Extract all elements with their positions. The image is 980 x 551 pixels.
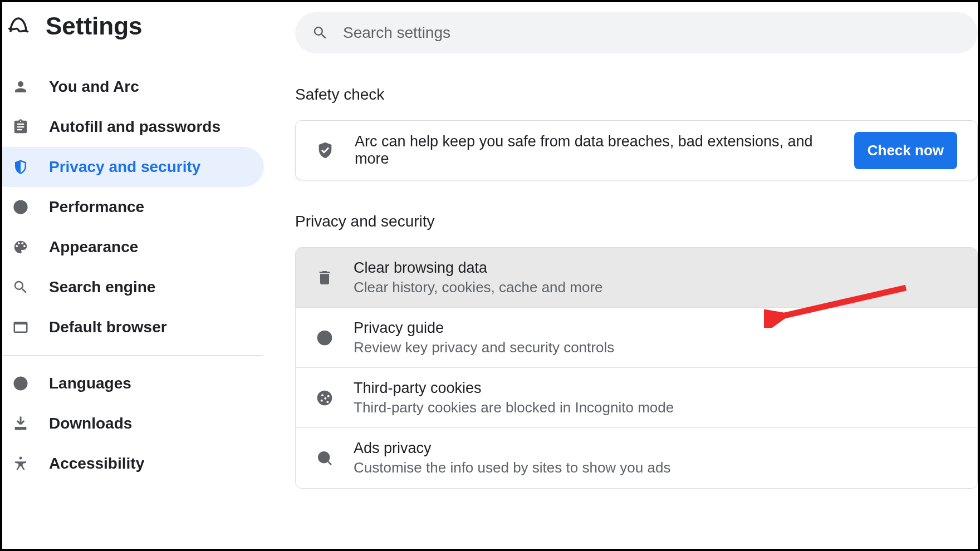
- sidebar-item-label: Privacy and security: [49, 158, 200, 176]
- sidebar: Settings You and Arc Autofill and passwo…: [2, 2, 268, 549]
- safety-check-card: Arc can help keep you safe from data bre…: [295, 120, 978, 180]
- globe-icon: [12, 375, 29, 392]
- sidebar-item-label: Autofill and passwords: [49, 118, 220, 136]
- row-title: Clear browsing data: [354, 259, 603, 277]
- sidebar-item-you-and-arc[interactable]: You and Arc: [2, 67, 264, 107]
- safety-check-text: Arc can help keep you safe from data bre…: [355, 133, 834, 168]
- sidebar-item-privacy-security[interactable]: Privacy and security: [2, 147, 264, 187]
- speedometer-icon: [12, 199, 29, 215]
- sidebar-item-search-engine[interactable]: Search engine: [2, 267, 264, 307]
- sidebar-item-appearance[interactable]: Appearance: [2, 227, 264, 267]
- compass-icon: [316, 329, 334, 347]
- row-subtitle: Third-party cookies are blocked in Incog…: [354, 399, 674, 416]
- download-icon: [12, 415, 29, 432]
- accessibility-icon: [12, 455, 29, 472]
- sidebar-item-label: Performance: [49, 198, 144, 216]
- trash-icon: [316, 269, 334, 287]
- sidebar-item-label: Accessibility: [49, 455, 144, 473]
- palette-icon: [12, 239, 29, 255]
- section-heading-safety: Safety check: [295, 86, 978, 104]
- sidebar-item-languages[interactable]: Languages: [2, 363, 264, 404]
- search-icon: [12, 279, 29, 296]
- row-ads-privacy[interactable]: Ads privacy Customise the info used by s…: [296, 428, 977, 488]
- svg-point-2: [19, 457, 22, 460]
- cookie-icon: [316, 389, 334, 407]
- sidebar-item-label: Downloads: [49, 415, 132, 432]
- sidebar-item-accessibility[interactable]: Accessibility: [2, 444, 264, 484]
- row-privacy-guide[interactable]: Privacy guide Review key privacy and sec…: [296, 308, 977, 368]
- browser-icon: [12, 319, 29, 336]
- row-clear-browsing-data[interactable]: Clear browsing data Clear history, cooki…: [296, 248, 977, 308]
- row-title: Privacy guide: [354, 319, 614, 337]
- search-input[interactable]: [343, 24, 961, 42]
- sidebar-item-performance[interactable]: Performance: [2, 187, 264, 227]
- sidebar-item-default-browser[interactable]: Default browser: [2, 307, 264, 347]
- row-title: Ads privacy: [354, 440, 670, 457]
- sidebar-item-label: Languages: [49, 375, 131, 392]
- row-subtitle: Review key privacy and security controls: [354, 339, 614, 356]
- search-bar[interactable]: [295, 12, 978, 53]
- sidebar-item-label: Default browser: [49, 318, 167, 336]
- shield-check-icon: [316, 141, 335, 160]
- page-title: Settings: [46, 12, 143, 40]
- privacy-security-list: Clear browsing data Clear history, cooki…: [295, 247, 978, 489]
- clipboard-icon: [12, 119, 29, 135]
- section-heading-privacy: Privacy and security: [295, 213, 978, 230]
- row-title: Third-party cookies: [354, 380, 674, 397]
- sidebar-item-label: You and Arc: [49, 78, 139, 96]
- row-subtitle: Customise the info used by sites to show…: [354, 459, 670, 476]
- shield-icon: [12, 159, 29, 175]
- sidebar-item-label: Search engine: [49, 278, 155, 296]
- sidebar-item-label: Appearance: [49, 238, 138, 256]
- sidebar-header: Settings: [2, 12, 268, 40]
- person-icon: [12, 78, 29, 95]
- nav-list: You and Arc Autofill and passwords Priva…: [2, 67, 268, 484]
- sidebar-item-downloads[interactable]: Downloads: [2, 404, 264, 444]
- main-content: Safety check Arc can help keep you safe …: [268, 2, 978, 549]
- safety-check-row: Arc can help keep you safe from data bre…: [296, 121, 977, 180]
- row-subtitle: Clear history, cookies, cache and more: [354, 279, 603, 296]
- row-third-party-cookies[interactable]: Third-party cookies Third-party cookies …: [296, 368, 977, 428]
- search-icon: [312, 24, 329, 41]
- ads-icon: [316, 449, 334, 467]
- arc-logo-icon: [7, 14, 30, 38]
- nav-divider: [2, 355, 263, 356]
- check-now-button[interactable]: Check now: [854, 132, 957, 169]
- sidebar-item-autofill[interactable]: Autofill and passwords: [2, 107, 264, 147]
